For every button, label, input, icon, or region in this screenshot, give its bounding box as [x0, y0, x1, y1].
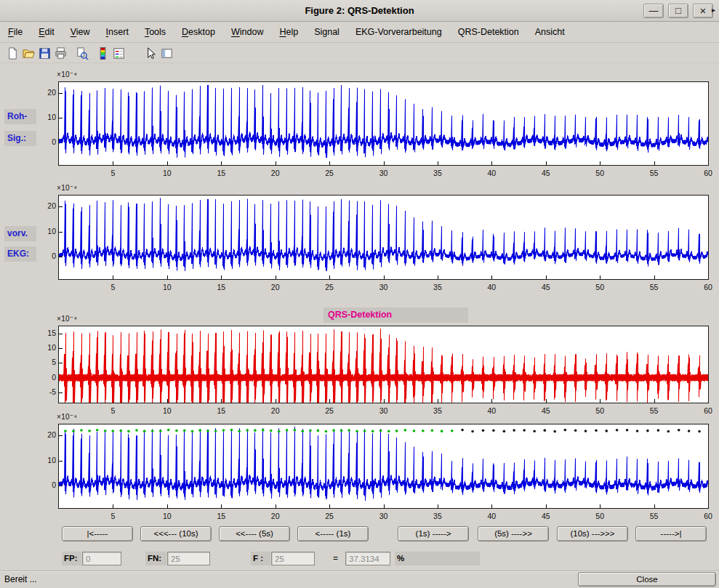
axes-detektion [58, 424, 709, 509]
menu-edit[interactable]: Edit [31, 23, 63, 43]
y-tick-label: 0 [34, 480, 56, 490]
f-label: F : [251, 552, 270, 565]
x-tick-label: 25 [317, 283, 342, 292]
nav-forward-1s-button[interactable]: (1s) -----> [398, 526, 469, 541]
x-tick-label: 55 [642, 283, 667, 292]
plot-side-label: Sig.: [4, 131, 36, 146]
save-icon[interactable] [36, 45, 52, 61]
y-axis-multiplier: ×10⁻⁴ [57, 413, 77, 421]
print-icon[interactable] [52, 45, 68, 61]
f-measure-input[interactable] [345, 552, 390, 565]
new-file-icon[interactable] [4, 45, 20, 61]
maximize-button[interactable]: □ [668, 4, 688, 18]
axes-roh-signal [58, 81, 709, 166]
y-tick-label: 10 [34, 343, 56, 353]
menu-window[interactable]: Window [223, 23, 271, 43]
x-tick-label: 5 [100, 512, 125, 521]
x-tick-label: 55 [642, 512, 667, 521]
x-tick-label: 55 [642, 169, 667, 178]
y-tick-label: 20 [34, 201, 56, 211]
x-tick-label: 20 [263, 406, 288, 416]
x-tick-label: 25 [317, 169, 342, 178]
x-tick-label: 60 [696, 283, 719, 292]
minimize-button[interactable]: — [643, 4, 664, 18]
nav-forward-5s-button[interactable]: (5s) ---->> [478, 526, 549, 541]
x-tick-label: 15 [209, 169, 233, 178]
x-tick-label: 45 [534, 406, 558, 416]
y-tick-label: 20 [34, 88, 56, 97]
equals-label: = [333, 552, 343, 565]
x-tick-label: 35 [425, 406, 450, 416]
menu-file[interactable]: File [0, 23, 31, 43]
x-tick-label: 25 [317, 406, 342, 416]
f-input[interactable] [271, 552, 315, 565]
y-tick-label: 10 [34, 227, 56, 236]
x-tick-label: 50 [587, 169, 612, 178]
legend-icon[interactable] [111, 45, 126, 61]
menu-overflow-icon[interactable]: ▸ [712, 6, 715, 14]
x-tick-label: 30 [371, 283, 396, 292]
x-tick-label: 25 [317, 512, 342, 521]
x-tick-label: 40 [479, 406, 504, 416]
x-tick-label: 50 [587, 283, 612, 292]
x-tick-label: 15 [209, 512, 233, 521]
menu-help[interactable]: Help [271, 23, 306, 43]
x-tick-label: 50 [587, 406, 612, 416]
signal-canvas-qrs-detektion [59, 326, 708, 403]
x-tick-label: 40 [479, 169, 504, 178]
x-tick-label: 5 [100, 169, 125, 178]
status-text: Bereit ... [4, 574, 37, 584]
nav-to-start-button[interactable]: |<----- [62, 526, 133, 541]
colorbar-icon[interactable] [95, 45, 111, 61]
menu-ekg-vorverarbeitung[interactable]: EKG-Vorverarbeitung [348, 23, 450, 43]
x-tick-label: 60 [696, 512, 719, 521]
nav-back-5s-button[interactable]: <<---- (5s) [219, 526, 290, 541]
fp-input[interactable] [82, 552, 121, 565]
x-tick-label: 30 [371, 406, 396, 416]
x-tick-label: 30 [371, 512, 396, 521]
fn-label: FN: [145, 552, 166, 565]
y-tick-label: -5 [34, 387, 56, 397]
y-axis-multiplier: ×10⁻⁴ [57, 315, 77, 323]
titlebar[interactable]: Figure 2: QRS-Detektion — □ × [0, 0, 719, 22]
signal-canvas-vorverarbeitetes-ekg [59, 196, 708, 279]
x-tick-label: 40 [479, 512, 504, 521]
close-window-button[interactable]: × [693, 4, 713, 18]
menu-insert[interactable]: Insert [98, 23, 137, 43]
figure-window: Figure 2: QRS-Detektion — □ × FileEditVi… [0, 0, 719, 588]
axes-vorverarbeitetes-ekg [58, 195, 709, 280]
window-title: Figure 2: QRS-Detektion [0, 0, 719, 22]
y-axis-multiplier: ×10⁻⁴ [57, 71, 77, 78]
y-tick-label: 15 [34, 329, 56, 338]
plot-browser-icon[interactable] [158, 45, 174, 61]
nav-back-1s-button[interactable]: <----- (1s) [297, 526, 369, 541]
fn-input[interactable] [167, 552, 210, 565]
x-tick-label: 10 [155, 283, 180, 292]
menu-tools[interactable]: Tools [137, 23, 174, 43]
x-tick-label: 5 [100, 406, 125, 416]
x-tick-label: 35 [425, 169, 450, 178]
menu-signal[interactable]: Signal [306, 23, 348, 43]
close-button[interactable]: Close [578, 572, 716, 587]
x-tick-label: 10 [155, 169, 180, 178]
menu-desktop[interactable]: Desktop [174, 23, 223, 43]
print-preview-icon[interactable] [73, 45, 89, 61]
menu-ansicht[interactable]: Ansicht [527, 23, 573, 43]
nav-to-end-button[interactable]: ----->| [635, 526, 707, 541]
y-tick-label: 5 [34, 358, 56, 367]
x-tick-label: 55 [642, 406, 667, 416]
pointer-icon[interactable] [142, 45, 158, 61]
nav-forward-10s-button[interactable]: (10s) --->>> [557, 526, 628, 541]
x-tick-label: 20 [263, 283, 288, 292]
menu-view[interactable]: View [63, 23, 98, 43]
x-tick-label: 45 [534, 169, 558, 178]
x-tick-label: 35 [425, 283, 450, 292]
x-tick-label: 15 [209, 406, 233, 416]
open-folder-icon[interactable] [20, 45, 36, 61]
plot-side-label: vorv. [4, 226, 36, 241]
nav-back-10s-button[interactable]: <<<--- (10s) [140, 526, 212, 541]
signal-canvas-roh-signal [59, 82, 708, 165]
plot-side-label: Roh- [4, 109, 36, 124]
x-tick-label: 60 [696, 406, 719, 416]
menu-qrs-detektion[interactable]: QRS-Detektion [450, 23, 527, 43]
